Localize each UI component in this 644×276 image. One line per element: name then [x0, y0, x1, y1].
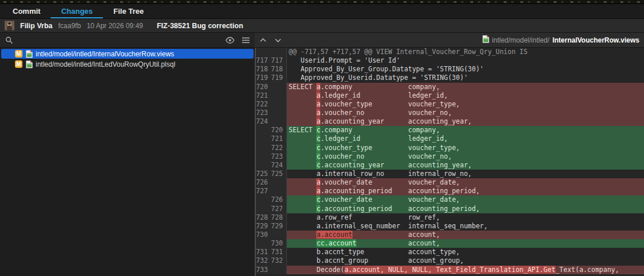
- diff-toolbar: intled/model/intled/InternalVoucherRow.v…: [255, 33, 644, 48]
- old-line-number: 727: [256, 187, 271, 195]
- line-number-gutter: 730: [256, 239, 287, 248]
- diff-line-context: 719719 Approved_By_Userid.Datatype = 'ST…: [256, 74, 644, 82]
- new-line-number: [271, 231, 286, 239]
- new-line-number: [271, 48, 286, 56]
- diff-line-removed: 726 a.voucher_date voucher_date,: [256, 178, 644, 187]
- diff-line-added: 722 c.voucher_type voucher_type,: [256, 144, 644, 152]
- code-text: a.account account,: [287, 231, 644, 239]
- line-number-gutter: 720: [256, 83, 287, 91]
- diff-line-added: 721 c.ledger_id ledger_id,: [256, 135, 644, 143]
- line-number-gutter: 726: [256, 178, 287, 187]
- new-line-number: 720: [271, 126, 286, 135]
- diff-line-context: 717717 Userid.Prompt = 'User Id': [256, 56, 644, 65]
- old-line-number: 732: [256, 256, 271, 265]
- tab-file-tree[interactable]: File Tree: [103, 4, 154, 18]
- file-icon: [482, 35, 489, 45]
- diff-line-hunk: @@ -717,57 +717,57 @@ VIEW Internal_Vouc…: [256, 48, 644, 56]
- code-text: a.ledger_id ledger_id,: [287, 91, 644, 100]
- avatar: [5, 21, 14, 30]
- diff-body-wrap: @@ -717,57 +717,57 @@ VIEW Internal_Vouc…: [255, 48, 644, 276]
- diff-line-removed: 733 Decode(a.account, NULL, NULL, Text_F…: [256, 266, 644, 274]
- line-number-gutter: 719719: [256, 74, 287, 82]
- clipped-window-strip: [0, 0, 644, 4]
- diff-line-added: 727 c.accounting_period accounting_perio…: [256, 205, 644, 213]
- diff-line-added: 720SELECT c.company company,: [256, 126, 644, 135]
- diff-line-context: 732732 b.accnt_group account_group,: [256, 256, 644, 265]
- content-area: Mintled/model/intled/InternalVoucherRow.…: [0, 33, 644, 276]
- commit-hash: fcaa9fb: [58, 22, 80, 30]
- modified-badge: M: [15, 60, 22, 68]
- code-text: c.voucher_type voucher_type,: [287, 144, 644, 152]
- new-line-number: 719: [271, 74, 286, 82]
- diff-line-context: 731731 b.accnt_type account_type,: [256, 248, 644, 256]
- new-line-number: 731: [271, 248, 286, 256]
- modified-badge: M: [15, 50, 22, 57]
- code-text: b.accnt_group account_group,: [287, 256, 644, 265]
- new-line-number: [271, 117, 286, 126]
- new-line-number: [271, 100, 286, 109]
- new-line-number: 727: [271, 205, 286, 213]
- diff-line-removed: 720SELECT a.company company,: [256, 83, 644, 91]
- file-icon: [25, 60, 33, 68]
- old-line-number: 730: [256, 231, 271, 239]
- new-line-number: [271, 178, 286, 187]
- diff-line-context: 725725 a.internal_row_no internal_row_no…: [256, 170, 644, 178]
- commit-message: FIZ-38521 Bug correction: [157, 22, 243, 30]
- previous-change-button[interactable]: [258, 35, 268, 45]
- diff-line-removed: 724 a.accounting_year accounting_year,: [256, 117, 644, 126]
- new-line-number: [271, 109, 286, 117]
- line-number-gutter: 731731: [256, 248, 287, 256]
- eye-icon[interactable]: [225, 35, 235, 45]
- diff-line-context: 729729 a.internal_seq_number internal_se…: [256, 222, 644, 231]
- code-text: b.accnt_type account_type,: [287, 248, 644, 256]
- diff-file-path: intled/model/intled/InternalVoucherRow.v…: [482, 35, 639, 45]
- diff-line-removed: 730 a.account account,: [256, 231, 644, 239]
- line-number-gutter: 728728: [256, 213, 287, 222]
- diff-panel: intled/model/intled/InternalVoucherRow.v…: [255, 33, 644, 276]
- line-number-gutter: [256, 48, 287, 56]
- list-view-icon[interactable]: [240, 35, 251, 45]
- line-number-gutter: 724: [256, 161, 287, 170]
- new-line-number: 730: [271, 239, 286, 248]
- old-line-number: 718: [256, 65, 271, 74]
- old-line-number: [256, 144, 271, 152]
- diff-line-removed: 727 a.accounting_period accounting_perio…: [256, 187, 644, 195]
- tab-commit[interactable]: Commit: [2, 4, 51, 18]
- new-line-number: 726: [271, 195, 286, 204]
- changed-files-panel: Mintled/model/intled/InternalVoucherRow.…: [0, 33, 255, 276]
- line-number-gutter: 730: [256, 231, 287, 239]
- new-line-number: 721: [271, 135, 286, 143]
- changed-file-list: Mintled/model/intled/InternalVoucherRow.…: [0, 48, 255, 276]
- code-text: c.ledger_id ledger_id,: [287, 135, 644, 143]
- old-line-number: [256, 205, 271, 213]
- tab-changes[interactable]: Changes: [51, 4, 103, 18]
- line-number-gutter: 727: [256, 187, 287, 195]
- file-row[interactable]: Mintled/model/intled/InternalVoucherRow.…: [1, 49, 254, 59]
- line-number-gutter: 723: [256, 152, 287, 161]
- old-line-number: [256, 48, 271, 56]
- new-line-number: [271, 83, 286, 91]
- new-line-number: 722: [271, 144, 286, 152]
- diff-line-removed: 723 a.voucher_no voucher_no,: [256, 109, 644, 117]
- old-line-number: 724: [256, 117, 271, 126]
- diff-line-added: 726 c.voucher_date voucher_date,: [256, 195, 644, 204]
- diff-line-added: 723 c.voucher_no voucher_no,: [256, 152, 644, 161]
- next-change-button[interactable]: [273, 35, 283, 45]
- search-icon[interactable]: [4, 35, 14, 45]
- code-text: Decode(a.account, NULL, NULL, Text_Field…: [287, 266, 644, 274]
- file-row[interactable]: Mintled/model/intled/IntLedVouRowQryUtil…: [1, 59, 254, 69]
- code-text: SELECT a.company company,: [287, 83, 644, 91]
- line-number-gutter: 722: [256, 144, 287, 152]
- old-line-number: 719: [256, 74, 271, 82]
- new-line-number: [271, 266, 286, 274]
- new-line-number: 717: [271, 56, 286, 65]
- diff-file-name: InternalVoucherRow.views: [553, 36, 639, 44]
- new-line-number: [271, 91, 286, 100]
- old-line-number: [256, 152, 271, 161]
- old-line-number: 717: [256, 56, 271, 65]
- line-number-gutter: 724: [256, 117, 287, 126]
- commit-date: 10 Apr 2026 09:49: [87, 22, 143, 30]
- tab-bar: CommitChangesFile Tree: [0, 4, 644, 19]
- diff-view: @@ -717,57 +717,57 @@ VIEW Internal_Vouc…: [256, 48, 644, 276]
- old-line-number: 728: [256, 213, 271, 222]
